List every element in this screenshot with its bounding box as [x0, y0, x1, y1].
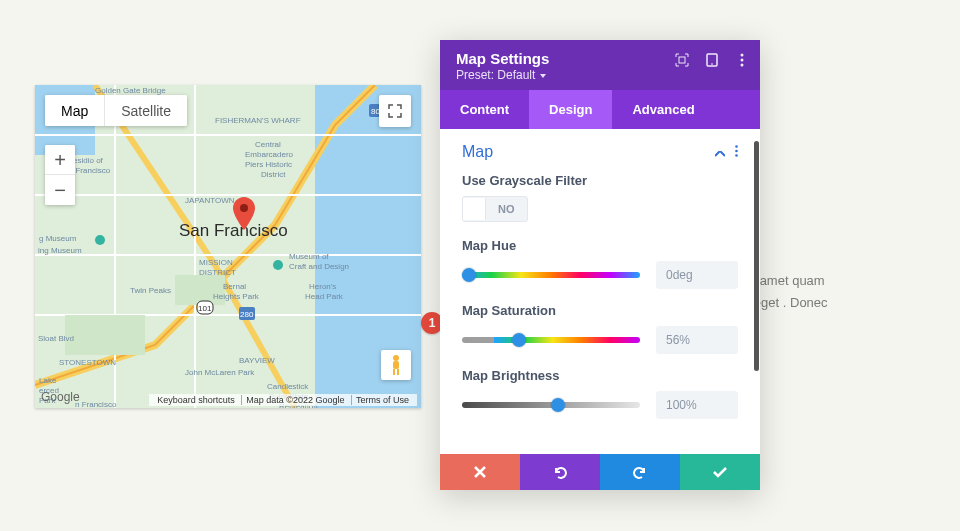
preset-dropdown[interactable]: Preset: Default	[456, 68, 744, 82]
svg-point-58	[741, 54, 744, 57]
undo-icon	[552, 465, 568, 479]
svg-text:Piers Historic: Piers Historic	[245, 160, 292, 169]
tab-content[interactable]: Content	[440, 90, 529, 129]
saturation-slider[interactable]	[462, 337, 640, 343]
google-logo: Google	[41, 390, 80, 404]
svg-point-50	[240, 204, 248, 212]
svg-text:MISSION: MISSION	[199, 258, 233, 267]
svg-point-63	[735, 154, 738, 157]
toggle-value: NO	[486, 203, 527, 215]
svg-text:ing Museum: ing Museum	[38, 246, 82, 255]
svg-text:Heights Park: Heights Park	[213, 292, 260, 301]
footer-shortcuts[interactable]: Keyboard shortcuts	[153, 395, 239, 405]
panel-scrollbar[interactable]	[754, 141, 759, 371]
svg-text:Golden Gate Bridge: Golden Gate Bridge	[95, 86, 166, 95]
svg-rect-54	[397, 369, 399, 375]
brightness-thumb[interactable]	[551, 398, 565, 412]
panel-body: Map Use Grayscale Filter NO Map Hue 0deg…	[440, 129, 760, 427]
footer-terms[interactable]: Terms of Use	[351, 395, 413, 405]
brightness-slider-row: 100%	[462, 391, 738, 419]
svg-point-42	[95, 235, 105, 245]
marker-icon	[232, 197, 256, 231]
svg-point-60	[741, 64, 744, 67]
brightness-value[interactable]: 100%	[656, 391, 738, 419]
svg-point-59	[741, 59, 744, 62]
menu-icon[interactable]	[734, 52, 750, 68]
svg-text:101: 101	[198, 304, 212, 313]
save-button[interactable]	[680, 454, 760, 490]
svg-text:BAYVIEW: BAYVIEW	[239, 356, 275, 365]
hue-slider-row: 0deg	[462, 261, 738, 289]
check-icon	[712, 466, 728, 478]
svg-text:STONESTOWN: STONESTOWN	[59, 358, 116, 367]
pegman-button[interactable]	[381, 350, 411, 380]
hue-thumb[interactable]	[462, 268, 476, 282]
svg-text:Heron's: Heron's	[309, 282, 336, 291]
saturation-value[interactable]: 56%	[656, 326, 738, 354]
svg-text:Bernal: Bernal	[223, 282, 246, 291]
map-canvas: Golden Gate Bridge FISHERMAN'S WHARF Cen…	[35, 85, 421, 408]
responsive-icon[interactable]	[704, 52, 720, 68]
tab-design[interactable]: Design	[529, 90, 612, 129]
section-collapse-icon[interactable]	[715, 143, 725, 161]
map-type-satellite[interactable]: Satellite	[104, 95, 187, 126]
fullscreen-button[interactable]	[379, 95, 411, 127]
svg-point-51	[393, 355, 399, 361]
svg-text:Candlestick: Candlestick	[267, 382, 309, 391]
section-menu-icon[interactable]	[735, 143, 738, 161]
close-icon	[473, 465, 487, 479]
svg-rect-9	[65, 315, 145, 355]
cancel-button[interactable]	[440, 454, 520, 490]
svg-text:280: 280	[240, 310, 254, 319]
panel-tabs: Content Design Advanced	[440, 90, 760, 129]
saturation-thumb[interactable]	[512, 333, 526, 347]
svg-text:DISTRICT: DISTRICT	[199, 268, 236, 277]
svg-text:FISHERMAN'S WHARF: FISHERMAN'S WHARF	[215, 116, 301, 125]
panel-footer	[440, 454, 760, 490]
saturation-label: Map Saturation	[462, 303, 738, 318]
map-footer: Keyboard shortcuts Map data ©2022 Google…	[149, 394, 417, 406]
pegman-icon	[388, 354, 404, 376]
toggle-knob	[463, 198, 486, 220]
undo-button[interactable]	[520, 454, 600, 490]
svg-rect-55	[679, 57, 685, 63]
hue-label: Map Hue	[462, 238, 738, 253]
tab-advanced[interactable]: Advanced	[612, 90, 714, 129]
fullscreen-icon	[388, 104, 402, 118]
map-preview[interactable]: Golden Gate Bridge FISHERMAN'S WHARF Cen…	[35, 85, 421, 408]
footer-attribution: Map data ©2022 Google	[241, 395, 348, 405]
svg-text:Central: Central	[255, 140, 281, 149]
zoom-in-button[interactable]: +	[45, 145, 75, 175]
svg-text:Twin Peaks: Twin Peaks	[130, 286, 171, 295]
svg-text:JAPANTOWN: JAPANTOWN	[185, 196, 235, 205]
svg-text:Sloat Blvd: Sloat Blvd	[38, 334, 74, 343]
svg-text:John McLaren Park: John McLaren Park	[185, 368, 255, 377]
hue-value[interactable]: 0deg	[656, 261, 738, 289]
grayscale-toggle[interactable]: NO	[462, 196, 528, 222]
hover-icon[interactable]	[674, 52, 690, 68]
grayscale-label: Use Grayscale Filter	[462, 173, 738, 188]
svg-text:Head Park: Head Park	[305, 292, 344, 301]
panel-header: Map Settings Preset: Default	[440, 40, 760, 90]
redo-icon	[632, 465, 648, 479]
zoom-out-button[interactable]: −	[45, 175, 75, 205]
hue-slider[interactable]	[462, 272, 640, 278]
map-type-map[interactable]: Map	[45, 95, 104, 126]
svg-point-61	[735, 145, 738, 148]
brightness-label: Map Brightness	[462, 368, 738, 383]
svg-text:Lake: Lake	[39, 376, 57, 385]
svg-text:District: District	[261, 170, 286, 179]
map-marker[interactable]	[232, 197, 256, 231]
brightness-slider[interactable]	[462, 402, 640, 408]
svg-rect-52	[393, 361, 399, 369]
svg-text:Embarcadero: Embarcadero	[245, 150, 294, 159]
redo-button[interactable]	[600, 454, 680, 490]
saturation-slider-row: 56%	[462, 326, 738, 354]
svg-text:g Museum: g Museum	[39, 234, 77, 243]
svg-point-62	[735, 150, 738, 153]
section-title[interactable]: Map	[462, 143, 493, 161]
map-type-control: Map Satellite	[45, 95, 187, 126]
svg-text:n Francisco: n Francisco	[75, 400, 117, 408]
svg-text:Craft and Design: Craft and Design	[289, 262, 349, 271]
svg-text:Museum of: Museum of	[289, 252, 329, 261]
